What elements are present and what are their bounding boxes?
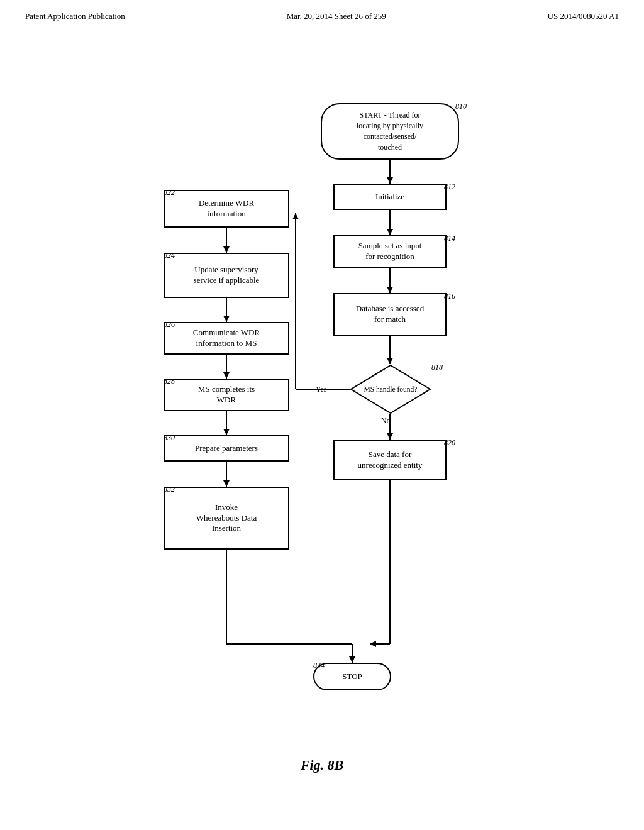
svg-marker-5 [387,287,393,293]
svg-marker-12 [387,433,393,440]
ref-824: 824 [164,251,175,260]
page-header: Patent Application Publication Mar. 20, … [0,0,644,28]
diagram-area: START - Thread for locating by physicall… [0,28,644,751]
node-826: Communicate WDR information to MS [164,322,289,355]
svg-marker-20 [223,429,230,435]
node-820: Save data for unrecognized entity [333,440,447,480]
node-832: Invoke Whereabouts Data Insertion [164,487,289,550]
svg-marker-30 [351,365,430,413]
node-822: Determine WDR information [164,190,289,228]
ref-830: 830 [164,433,175,443]
node-828: MS completes its WDR [164,379,289,411]
ref-832: 832 [164,485,175,494]
header-left: Patent Application Publication [25,11,125,21]
ref-812: 812 [444,182,455,192]
ref-828: 828 [164,377,175,386]
svg-marker-16 [223,316,230,322]
no-label: No [381,416,391,426]
ref-834: 834 [313,661,325,670]
svg-marker-29 [349,656,355,663]
ref-814: 814 [444,234,455,243]
node-816: Database is accessed for match [333,293,447,336]
svg-marker-25 [370,641,376,647]
fig-label: Fig. 8B [0,757,644,773]
header-center: Mar. 20, 2014 Sheet 26 of 259 [287,11,386,21]
node-814: Sample set as input for recognition [333,235,447,268]
svg-marker-10 [292,213,299,219]
ref-816: 816 [444,292,455,301]
svg-marker-7 [387,358,393,364]
ref-810: 810 [455,102,467,111]
node-830: Prepare parameters [164,435,289,462]
node-810: START - Thread for locating by physicall… [321,103,459,160]
header-right: US 2014/0080520 A1 [548,11,619,21]
node-824: Update supervisory service if applicable [164,253,289,298]
ref-818: 818 [431,363,443,372]
node-834: STOP [313,663,391,690]
svg-marker-3 [387,229,393,235]
yes-label: Yes [316,385,326,394]
svg-marker-1 [387,177,393,184]
svg-marker-18 [223,372,230,379]
node-818 [350,364,431,414]
svg-marker-22 [223,480,230,487]
ref-822: 822 [164,188,175,197]
ref-826: 826 [164,320,175,329]
svg-marker-14 [223,246,230,253]
node-812: Initialize [333,184,447,210]
ref-820: 820 [444,438,455,448]
